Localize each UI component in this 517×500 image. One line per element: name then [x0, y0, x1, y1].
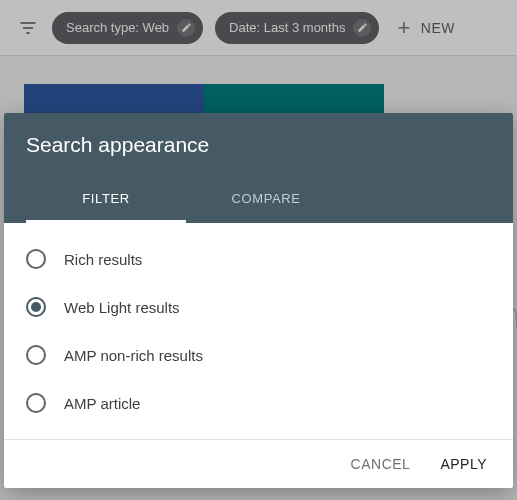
search-appearance-dialog: Search appearance FILTER COMPARE Rich re… — [4, 113, 513, 488]
tab-compare[interactable]: COMPARE — [186, 177, 346, 223]
option-label: Rich results — [64, 251, 142, 268]
dialog-header: Search appearance FILTER COMPARE — [4, 113, 513, 223]
apply-button[interactable]: APPLY — [440, 456, 487, 472]
filter-option[interactable]: AMP non-rich results — [26, 331, 491, 379]
cancel-button[interactable]: CANCEL — [351, 456, 411, 472]
filter-option[interactable]: Web Light results — [26, 283, 491, 331]
radio-icon — [26, 297, 46, 317]
tab-filter[interactable]: FILTER — [26, 177, 186, 223]
radio-icon — [26, 345, 46, 365]
dialog-actions: CANCEL APPLY — [4, 439, 513, 488]
filter-option[interactable]: Rich results — [26, 235, 491, 283]
dialog-tabs: FILTER COMPARE — [26, 177, 491, 223]
radio-icon — [26, 393, 46, 413]
option-label: AMP article — [64, 395, 140, 412]
option-label: Web Light results — [64, 299, 180, 316]
filter-option[interactable]: AMP article — [26, 379, 491, 427]
filter-options: Rich resultsWeb Light resultsAMP non-ric… — [4, 223, 513, 439]
radio-icon — [26, 249, 46, 269]
dialog-title: Search appearance — [26, 133, 491, 157]
option-label: AMP non-rich results — [64, 347, 203, 364]
